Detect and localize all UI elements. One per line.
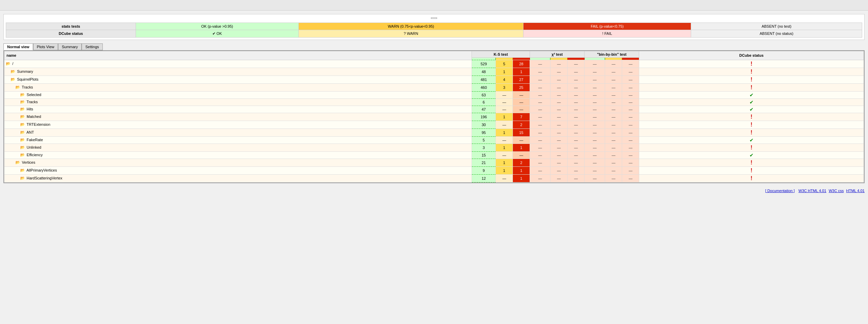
- cell-bin: —: [605, 144, 622, 151]
- doc-link[interactable]: [ Documentation ]: [765, 189, 795, 193]
- cell-chi: —: [530, 60, 550, 68]
- folder-icon: 📂: [20, 114, 25, 119]
- cell-bin: —: [622, 129, 639, 136]
- legend-section: stats tests OK (p-value >0.95) WARN (0.7…: [3, 14, 865, 40]
- table-row: 📂 Matched 19617——————!: [4, 113, 864, 121]
- header-info: [0, 0, 868, 11]
- w3c-html2-link[interactable]: HTML 4.01: [846, 189, 865, 193]
- cell-bin: —: [605, 68, 622, 76]
- cell-ks1: 1: [496, 159, 513, 166]
- cell-dcube: !: [639, 174, 864, 182]
- cell-name: 📂 Hits: [4, 106, 472, 113]
- cell-bin: —: [622, 144, 639, 151]
- tab-plots-view[interactable]: Plots View: [33, 43, 58, 50]
- cell-chi: —: [530, 83, 550, 91]
- cell-chi: —: [550, 129, 568, 136]
- row-name: FakeRate: [27, 138, 43, 142]
- cell-chi: —: [530, 91, 550, 98]
- bin-sub3: [622, 57, 639, 60]
- folder-icon: 📂: [11, 69, 15, 73]
- cell-chi: —: [550, 76, 568, 83]
- table-row: 📂 / 529528——————!: [4, 60, 864, 68]
- cell-bin: —: [622, 91, 639, 98]
- bin-sub1: [585, 57, 605, 60]
- tab-settings[interactable]: Settings: [82, 43, 103, 50]
- cell-bin: —: [585, 98, 605, 106]
- folder-icon: 📂: [20, 138, 25, 142]
- cell-chi: —: [568, 144, 585, 151]
- legend-dcube-label: DCube status: [6, 30, 136, 37]
- cell-bin: —: [622, 159, 639, 166]
- cell-name: 📂 Tracks: [4, 83, 472, 91]
- cell-ks1: —: [496, 98, 513, 106]
- cell-bin: —: [622, 113, 639, 121]
- cell-ks2: —: [513, 98, 530, 106]
- cell-num: 15: [472, 151, 496, 159]
- cell-ks2: —: [513, 136, 530, 144]
- cell-ks2: 25: [513, 83, 530, 91]
- cell-num: 460: [472, 83, 496, 91]
- cell-num: 48: [472, 68, 496, 76]
- cell-bin: —: [585, 166, 605, 174]
- cell-dcube: !: [639, 144, 864, 151]
- cell-chi: —: [530, 174, 550, 182]
- folder-icon: 📂: [20, 145, 25, 149]
- cell-dcube: !: [639, 83, 864, 91]
- log-line: [3, 2, 865, 8]
- table-row: 📂 Hits 47————————✔: [4, 106, 864, 113]
- cell-num: 5: [472, 136, 496, 144]
- cell-chi: —: [530, 136, 550, 144]
- folder-icon: 📂: [15, 85, 20, 89]
- cell-name: 📂 Vertices: [4, 159, 472, 166]
- folder-icon: 📂: [20, 100, 25, 104]
- cell-bin: —: [622, 106, 639, 113]
- cell-dcube: !: [639, 159, 864, 166]
- folder-icon: 📂: [20, 107, 25, 111]
- cell-bin: —: [622, 60, 639, 68]
- folder-icon: 📂: [20, 153, 25, 157]
- cell-bin: —: [585, 60, 605, 68]
- cell-ks2: 1: [513, 174, 530, 182]
- cell-bin: —: [585, 151, 605, 159]
- cell-ks1: —: [496, 91, 513, 98]
- cell-chi: —: [530, 129, 550, 136]
- cell-ks1: 1: [496, 129, 513, 136]
- w3c-css-link[interactable]: W3C css: [829, 189, 844, 193]
- cell-num: 21: [472, 159, 496, 166]
- cell-chi: —: [550, 121, 568, 129]
- w3c-html-link[interactable]: W3C HTML 4.01: [798, 189, 826, 193]
- cell-chi: —: [568, 83, 585, 91]
- cell-ks1: 4: [496, 76, 513, 83]
- cell-bin: —: [585, 113, 605, 121]
- tabs-container: Normal view Plots View Summary Settings: [3, 43, 865, 50]
- tab-summary[interactable]: Summary: [58, 43, 82, 50]
- cell-name: 📂 Matched: [4, 113, 472, 121]
- table-row: 📂 Selected 63————————✔: [4, 91, 864, 98]
- cell-num: 6: [472, 98, 496, 106]
- cell-bin: —: [605, 166, 622, 174]
- cell-dcube: !: [639, 166, 864, 174]
- cell-bin: —: [585, 159, 605, 166]
- table-row: 📂 Summary 4811——————!: [4, 68, 864, 76]
- cell-bin: —: [605, 174, 622, 182]
- cell-bin: —: [605, 121, 622, 129]
- row-name: /: [12, 62, 13, 66]
- cell-ks2: 1: [513, 68, 530, 76]
- table-row: 📂 FakeRate 5————————✔: [4, 136, 864, 144]
- row-name: Tracks: [22, 85, 33, 89]
- cell-bin: —: [605, 91, 622, 98]
- folder-icon: 📂: [20, 176, 25, 180]
- cell-bin: —: [585, 136, 605, 144]
- row-name: Efficiency: [27, 153, 43, 157]
- legend-title-wrap: [6, 16, 862, 21]
- cell-name: 📂 ANT: [4, 129, 472, 136]
- cell-chi: —: [568, 159, 585, 166]
- legend-stats-ok: OK (p-value >0.95): [136, 23, 299, 30]
- tab-normal-view[interactable]: Normal view: [3, 43, 33, 50]
- main-table-wrap: name K-S test χ² test "bin-by-bin" test …: [3, 50, 865, 183]
- cell-chi: —: [568, 91, 585, 98]
- legend-dcube-absent: ABSENT (no status): [691, 30, 862, 37]
- cell-bin: —: [605, 159, 622, 166]
- cell-ks1: 1: [496, 166, 513, 174]
- cell-bin: —: [585, 129, 605, 136]
